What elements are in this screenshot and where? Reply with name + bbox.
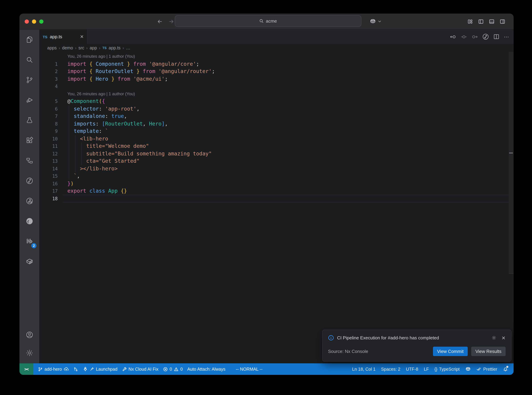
sidebar-item-containers[interactable] — [19, 251, 39, 272]
prettier-status-item[interactable]: Prettier — [476, 367, 497, 372]
accounts-button[interactable] — [19, 326, 39, 344]
code-line[interactable]: 6 selector: 'app-root', — [39, 105, 514, 113]
sidebar-item-run-debug[interactable] — [19, 90, 39, 110]
close-window-button[interactable] — [25, 19, 29, 23]
line-number[interactable]: 12 — [39, 150, 58, 158]
back-arrow-icon[interactable] — [157, 19, 163, 24]
sidebar-item-edge-tools[interactable] — [19, 211, 39, 231]
sidebar-item-extensions[interactable] — [19, 130, 39, 151]
eol-status-item[interactable]: LF — [424, 367, 429, 372]
line-number[interactable]: 15 — [39, 172, 58, 180]
toggle-secondary-sidebar-icon[interactable] — [500, 19, 505, 24]
indentation-status-item[interactable]: Spaces: 2 — [381, 367, 400, 372]
problems-status-item[interactable]: 0 0 — [163, 367, 183, 372]
line-number[interactable]: 16 — [39, 180, 58, 187]
copilot-status-item[interactable] — [465, 366, 471, 372]
line-number[interactable]: 10 — [39, 135, 58, 143]
close-icon[interactable]: ✕ — [80, 34, 84, 39]
minimize-window-button[interactable] — [32, 19, 36, 23]
line-number[interactable]: 8 — [39, 120, 58, 128]
open-previous-change-icon[interactable] — [450, 33, 456, 40]
nx-cloud-fix-status-item[interactable]: Nx Cloud AI Fix — [122, 367, 158, 372]
sidebar-item-gitlens[interactable] — [19, 171, 39, 191]
auto-attach-status-item[interactable]: Auto Attach: Always — [187, 367, 226, 372]
cursor-position-status-item[interactable]: Ln 18, Col 1 — [352, 367, 376, 372]
notification-settings-gear-icon[interactable] — [492, 335, 497, 340]
split-editor-icon[interactable] — [494, 34, 499, 40]
breadcrumb-item[interactable]: apps — [47, 45, 57, 50]
notification-dot — [506, 366, 508, 368]
sidebar-item-type-hierarchy[interactable] — [19, 151, 39, 171]
code-line[interactable]: 3import { Hero } from '@acme/ui'; — [39, 75, 514, 83]
code-line[interactable]: 7 standalone: true, — [39, 113, 514, 120]
sidebar-item-testing[interactable] — [19, 110, 39, 130]
sidebar-item-explorer[interactable] — [19, 30, 39, 50]
code-line[interactable]: 2import { RouterOutlet } from '@angular/… — [39, 68, 514, 75]
view-commit-button[interactable]: View Commit — [433, 347, 468, 356]
breadcrumb-item[interactable]: src — [78, 45, 84, 50]
line-number[interactable]: 4 — [39, 83, 58, 90]
line-number[interactable]: 17 — [39, 187, 58, 195]
line-number[interactable]: 7 — [39, 113, 58, 120]
notification-close-icon[interactable]: ✕ — [502, 335, 505, 340]
code-text: standalone: true, — [67, 113, 127, 120]
code-line[interactable]: 12 subtitle="Build something amazing tod… — [39, 150, 514, 158]
sidebar-item-search[interactable] — [19, 50, 39, 70]
line-number[interactable]: 14 — [39, 165, 58, 172]
language-status-item[interactable]: {} TypeScript — [435, 367, 460, 372]
code-line[interactable]: 1import { Component } from '@angular/cor… — [39, 60, 514, 68]
code-line[interactable]: 16}) — [39, 180, 514, 187]
view-results-button[interactable]: View Results — [471, 347, 505, 356]
line-number[interactable]: 1 — [39, 60, 58, 68]
launchpad-status-item[interactable]: Launchpad — [83, 367, 118, 372]
settings-button[interactable] — [19, 344, 39, 362]
sidebar-item-source-control[interactable] — [19, 70, 39, 90]
code-line[interactable]: 14 ></lib-hero> — [39, 165, 514, 172]
code-line[interactable]: 8 imports: [RouterOutlet, Hero], — [39, 120, 514, 128]
notifications-bell-button[interactable] — [503, 367, 508, 372]
encoding-status-item[interactable]: UTF-8 — [406, 367, 418, 372]
code-line[interactable]: 17export class App {} — [39, 187, 514, 195]
code-line[interactable]: 5@Component({ — [39, 98, 514, 105]
vscode-window: acme — [19, 14, 514, 375]
breadcrumb-item[interactable]: demo — [62, 45, 73, 50]
line-number[interactable]: 9 — [39, 128, 58, 135]
sidebar-item-gitlens-inspect[interactable] — [19, 191, 39, 211]
more-actions-icon[interactable]: ⋯ — [504, 33, 509, 40]
commit-graph-status-item[interactable] — [73, 367, 78, 372]
breadcrumb-file[interactable]: app.ts — [109, 45, 121, 50]
code-line[interactable]: 18 — [39, 195, 514, 202]
gitlens-graph-icon[interactable] — [482, 33, 489, 40]
customize-layout-icon[interactable] — [467, 19, 473, 24]
open-changes-icon[interactable] — [461, 33, 467, 40]
breadcrumb-item[interactable]: app — [90, 45, 97, 50]
code-line[interactable]: 11 title="Welcmoe demo" — [39, 143, 514, 150]
code-line[interactable]: 9 template: ` — [39, 128, 514, 135]
code-line[interactable]: 13 cta="Get Started" — [39, 158, 514, 165]
code-line[interactable]: 15 `, — [39, 172, 514, 180]
copilot-menu-button[interactable] — [370, 18, 382, 25]
breadcrumb-symbol[interactable]: … — [126, 45, 130, 50]
scrollbar[interactable] — [509, 52, 514, 274]
line-number[interactable]: 11 — [39, 143, 58, 150]
open-next-change-icon[interactable] — [472, 33, 478, 40]
line-number[interactable]: 18 — [39, 195, 58, 202]
line-number[interactable]: 6 — [39, 105, 58, 113]
line-number[interactable]: 5 — [39, 98, 58, 105]
code-editor[interactable]: You, 26 minutes ago | 1 author (You)1imp… — [39, 52, 514, 363]
line-number[interactable]: 2 — [39, 68, 58, 75]
command-center-search[interactable]: acme — [175, 15, 361, 27]
tab-app-ts[interactable]: TS app.ts ✕ — [39, 30, 88, 44]
toggle-primary-sidebar-icon[interactable] — [478, 19, 484, 24]
branch-status-item[interactable]: add-hero — [38, 367, 69, 372]
zoom-window-button[interactable] — [39, 19, 43, 23]
sidebar-item-nx-console[interactable]: N› 2 — [19, 231, 39, 251]
code-line[interactable]: 4 — [39, 83, 514, 90]
chevron-right-icon: › — [75, 46, 76, 50]
line-number[interactable]: 13 — [39, 158, 58, 165]
line-number[interactable]: 3 — [39, 75, 58, 83]
code-line[interactable]: 10 <lib-hero — [39, 135, 514, 143]
remote-indicator[interactable]: >< — [19, 363, 33, 375]
toggle-panel-icon[interactable] — [489, 19, 494, 24]
forward-arrow-icon[interactable] — [168, 19, 174, 24]
